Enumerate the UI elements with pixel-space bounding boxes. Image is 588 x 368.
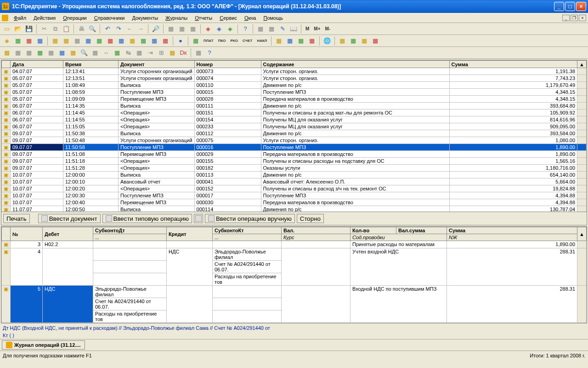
help-icon[interactable]: ? [204, 48, 215, 58]
menu-журналы[interactable]: Журналы [162, 14, 191, 22]
plat-label[interactable]: ПЛАТ [202, 39, 215, 43]
dcol-sod[interactable]: Сод.проводки [351, 234, 447, 241]
table-row[interactable]: ▣ 10.07.07 12:00:40 Перемещение МПЗ 0000… [2, 199, 587, 206]
detail-row[interactable]: ▣ 5 НДС Эльдорадо-Поволжье филиал Входно… [2, 286, 587, 298]
tool-button[interactable] [194, 214, 203, 223]
menu-отчеты[interactable]: Отчеты [191, 14, 216, 22]
table-row[interactable]: ▣ 06.07.07 11:15:05 <Операция> 000233 По… [2, 123, 587, 130]
tool-icon[interactable]: ▦ [13, 48, 23, 58]
copy-icon[interactable]: ⧉ [50, 24, 60, 34]
tool-icon[interactable]: 📖 [288, 24, 299, 34]
close-button[interactable]: × [576, 2, 586, 11]
mplus-label[interactable]: М+ [312, 26, 322, 31]
table-row[interactable]: ▣ 09.07.07 11:50:38 Выписка 000112 Движе… [2, 130, 587, 137]
table-row[interactable]: ▣ 10.07.07 12:00:30 Поступление МПЗ 0000… [2, 192, 587, 199]
tool-icon[interactable]: ⇥ [145, 48, 155, 58]
tool-icon[interactable]: ▦ [50, 36, 60, 46]
forward-icon[interactable]: → [136, 24, 146, 34]
table-row[interactable]: ▣ 10.07.07 12:00:00 Выписка 000113 Движе… [2, 172, 587, 178]
dcol-debet[interactable]: Дебет [43, 227, 93, 241]
menu-помощь[interactable]: Помощь [260, 14, 287, 22]
help-icon[interactable]: ? [240, 24, 250, 34]
menu-действия[interactable]: Действия [30, 14, 59, 22]
task-button[interactable]: Журнал операций (31.12.... [2, 340, 85, 350]
undo-icon[interactable]: ↶ [102, 24, 113, 34]
tool-icon[interactable]: ▦ [35, 48, 45, 58]
tool-icon[interactable]: ✎ [277, 24, 288, 34]
dcol-kredit[interactable]: Кредит [167, 227, 213, 241]
schet-label[interactable]: СЧЕТ [241, 39, 254, 43]
dcol-subdt[interactable]: СубконтоДт [93, 227, 167, 234]
table-row[interactable]: ▣ 09.07.07 11:50:48 Услуги сторонних орг… [2, 137, 587, 144]
save-icon[interactable]: 💾 [24, 24, 34, 34]
tool-icon[interactable]: ▦ [61, 36, 71, 46]
m-label[interactable]: М [304, 26, 311, 31]
tool-icon[interactable]: 🌐 [322, 36, 332, 46]
tool-icon[interactable]: ▦ [193, 48, 204, 58]
table-row[interactable]: ▣ 09.07.07 11:50:58 Поступление МПЗ 0000… [2, 144, 587, 151]
print-button[interactable]: Печать [3, 214, 30, 223]
back-icon[interactable]: ← [124, 24, 135, 34]
dcol-sub[interactable]: ... [213, 234, 282, 241]
scroll-up-icon[interactable]: ▲ [577, 61, 587, 68]
table-row[interactable]: ▣ 06.07.07 11:14:45 <Операция> 000151 По… [2, 109, 587, 116]
scroll-up-icon[interactable]: ▲ [577, 227, 587, 241]
tool-icon[interactable]: ◈ [214, 24, 224, 34]
journal-grid[interactable]: Дата Время Документ Номер Содержание Сум… [1, 60, 587, 212]
col-content[interactable]: Содержание [261, 61, 449, 68]
dcol-subkt[interactable]: СубконтоКт [213, 227, 282, 234]
dcol-val[interactable]: Вал. [282, 227, 351, 234]
tool-icon[interactable]: ▦ [167, 48, 177, 58]
menu-справочники[interactable]: Справочники [90, 14, 129, 22]
menu-сервис[interactable]: Сервис [216, 14, 241, 22]
table-row[interactable]: ▣ 05.07.07 11:09:09 Перемещение МПЗ 0000… [2, 96, 587, 103]
find-icon[interactable]: 🔎 [151, 24, 161, 34]
mdi-minimize-button[interactable]: _ [562, 15, 570, 21]
new-manual-button[interactable]: Ввести операцию вручную [205, 214, 295, 223]
col-document[interactable]: Документ [119, 61, 195, 68]
tool-icon[interactable]: ▦ [138, 36, 148, 46]
tool-icon[interactable]: ▦ [2, 48, 12, 58]
table-row[interactable]: ▣ 09.07.07 11:51:28 <Операция> 000182 Ок… [2, 165, 587, 172]
tool-icon[interactable]: ⊞ [156, 48, 166, 58]
tool-icon[interactable]: ▦ [24, 48, 34, 58]
tool-icon[interactable]: ▦ [307, 36, 317, 46]
maximize-button[interactable]: □ [565, 2, 575, 11]
col-number[interactable]: Номер [194, 61, 261, 68]
tool-icon[interactable]: ▦ [35, 36, 45, 46]
col-icon[interactable] [2, 61, 11, 68]
tool-icon[interactable]: Dк [178, 48, 188, 58]
dcol-num[interactable]: № [11, 227, 43, 241]
tool-icon[interactable]: ▦ [57, 48, 67, 58]
tool-icon[interactable]: ▦ [72, 36, 82, 46]
dcol-nzh[interactable]: NЖ [447, 234, 577, 241]
table-row[interactable]: ▣ 05.07.07 11:08:49 Выписка 000110 Движе… [2, 82, 587, 89]
table-row[interactable]: ▣ 04.07.07 12:13:41 Услуги сторонних орг… [2, 68, 587, 75]
storno-button[interactable]: Сторно [297, 214, 324, 223]
new-icon[interactable]: ▭ [2, 24, 12, 34]
dcol-kolvo[interactable]: Кол-во [351, 227, 396, 234]
detail-grid[interactable]: № Дебет СубконтоДт Кредит СубконтоКт Вал… [1, 227, 587, 323]
tool-icon[interactable]: ▦ [285, 36, 295, 46]
new-document-button[interactable]: Ввести документ [38, 214, 101, 223]
tool-icon[interactable]: ▦ [68, 48, 78, 58]
minimize-button[interactable]: _ [554, 2, 564, 11]
dcol-valsum[interactable]: Вал.сумма [396, 227, 447, 234]
dcol-sub[interactable]: ... [93, 234, 167, 241]
menu-файл[interactable]: Файл [10, 14, 30, 22]
table-row[interactable]: ▣ 05.07.07 12:13:51 Услуги сторонних орг… [2, 75, 587, 82]
tool-icon[interactable]: ▦ [116, 36, 126, 46]
tool-icon[interactable]: ▦ [46, 48, 56, 58]
tool-icon[interactable]: ▦ [13, 36, 23, 46]
tool-icon[interactable]: ▦ [370, 36, 380, 46]
tool-icon[interactable]: ◈ [225, 24, 235, 34]
print-icon[interactable]: 🖶 [76, 24, 86, 34]
table-row[interactable]: ▣ 10.07.07 12:00:10 Авансовый отчет 0000… [2, 178, 587, 185]
open-icon[interactable]: 📂 [13, 24, 23, 34]
detail-row[interactable]: ▣ 3 Н02.2 Принятые расходы по материалам… [2, 241, 587, 248]
preview-icon[interactable]: 🔍 [87, 24, 97, 34]
tool-icon[interactable]: ● [175, 36, 186, 46]
tool-icon[interactable]: ▦ [188, 24, 198, 34]
rko-label[interactable]: РКО [229, 39, 240, 43]
table-row[interactable]: ▣ 10.07.07 12:00:20 <Операция> 000152 По… [2, 185, 587, 192]
